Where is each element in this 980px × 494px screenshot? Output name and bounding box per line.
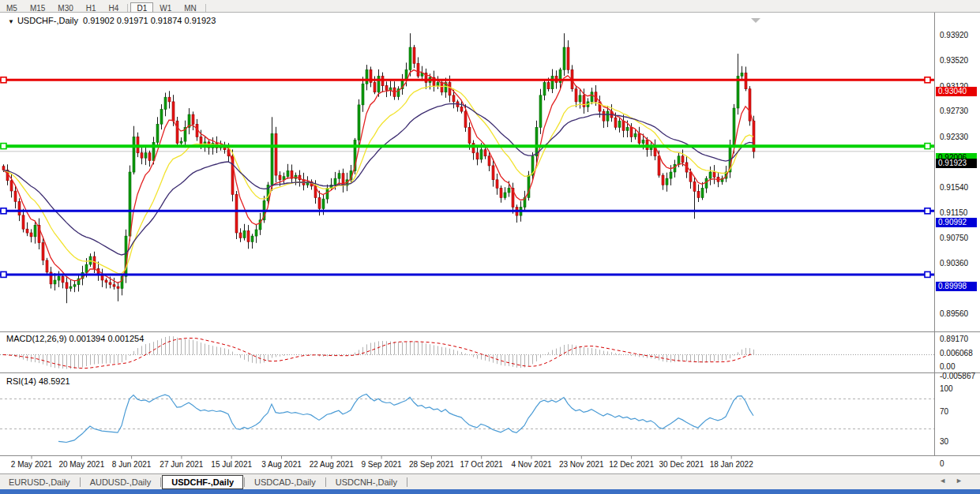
tab-separator [244, 477, 245, 487]
fast-ma-line [3, 70, 753, 283]
tab-separator [80, 477, 81, 487]
price-tick: 0.93920 [940, 31, 968, 39]
rsi-scale-tick: 30 [940, 437, 948, 446]
hline-anchor[interactable] [925, 77, 930, 83]
symbol-name: USDCHF-,Daily [17, 16, 78, 25]
hline-price-label: 0.89998 [936, 282, 977, 291]
hline-anchor[interactable] [1, 77, 6, 83]
timeframe-toolbar: M5M15M30H1H4D1W1MN [0, 0, 980, 13]
macd-scale-tick: 0.006068 [940, 349, 973, 357]
date-tick-label: 4 Nov 2021 [511, 460, 551, 469]
rsi-scale-tick: 70 [940, 407, 948, 416]
rsi-indicator-label: RSI(14) 48.5921 [6, 376, 70, 386]
mt4-window: M5M15M30H1H4D1W1MN ▼USDCHF-,Daily 0.9190… [0, 0, 980, 494]
rsi-line [58, 395, 753, 443]
chart-plot-area[interactable] [0, 12, 980, 473]
tabs-scroll-right-icon[interactable]: ► [956, 477, 972, 485]
price-tick: 0.89170 [940, 335, 968, 343]
date-tick-label: 12 Dec 2021 [609, 460, 654, 469]
date-tick-label: 3 Aug 2021 [261, 460, 302, 469]
tab-separator [407, 477, 407, 487]
chart-tabs: EURUSD-,DailyAUDUSD-,DailyUSDCHF-,DailyU… [0, 473, 980, 490]
price-tick: 0.91540 [940, 183, 968, 192]
tab-separator [325, 477, 326, 487]
macd-scale-tick: -0.005867 [940, 372, 975, 380]
date-tick-label: 17 Oct 2021 [460, 460, 502, 469]
date-tick-label: 18 Jan 2022 [710, 460, 753, 469]
chart-shift-marker-icon[interactable] [751, 18, 760, 23]
rsi-scale-tick: 0 [940, 459, 944, 468]
hline-anchor[interactable] [925, 208, 930, 214]
date-tick-label: 22 Aug 2021 [310, 460, 354, 469]
price-tick: 0.92730 [940, 107, 968, 115]
tabs-scroll-left-icon[interactable]: ◄ [939, 477, 956, 485]
date-tick-label: 30 Dec 2021 [659, 460, 704, 469]
hline-anchor[interactable] [1, 271, 6, 277]
hline-anchor[interactable] [1, 144, 6, 149]
mid-ma-line [3, 86, 753, 274]
chart-tab-usdcnh[interactable]: USDCNH-,Daily [327, 475, 406, 488]
hline-price-label: 0.90992 [936, 218, 977, 227]
rsi-scale-tick: 100 [940, 384, 953, 393]
chart-tab-usdchf[interactable]: USDCHF-,Daily [162, 475, 243, 489]
symbol-ohlc-values: 0.91902 0.91971 0.91874 0.91923 [83, 16, 216, 25]
date-tick-label: 23 Nov 2021 [559, 460, 604, 469]
macd-scale-tick: 0.00 [940, 362, 955, 371]
price-tick: 0.91150 [940, 208, 967, 217]
slow-ma-line [3, 104, 753, 256]
chart-window: ▼USDCHF-,Daily 0.91902 0.91971 0.91874 0… [0, 12, 980, 473]
date-tick-label: 20 May 2021 [58, 460, 104, 469]
hline-anchor[interactable] [925, 144, 930, 149]
price-tick: 0.92330 [940, 133, 968, 141]
price-tick: 0.90360 [940, 259, 968, 268]
chart-tab-audusd[interactable]: AUDUSD-,Daily [81, 475, 160, 488]
chart-tab-usdcad[interactable]: USDCAD-,Daily [246, 475, 325, 488]
price-tick: 0.93520 [940, 56, 968, 65]
date-tick-label: 27 Jun 2021 [160, 460, 203, 469]
hline-anchor[interactable] [1, 208, 6, 214]
date-tick-label: 8 Jun 2021 [112, 460, 152, 469]
date-tick-label: 9 Sep 2021 [362, 460, 402, 469]
hline-anchor[interactable] [925, 271, 930, 277]
tab-separator [160, 477, 161, 487]
price-tick: 0.89560 [940, 309, 968, 318]
status-strip [0, 489, 980, 494]
date-tick-label: 15 Jul 2021 [211, 460, 252, 469]
chart-symbol-title: ▼USDCHF-,Daily 0.91902 0.91971 0.91874 0… [8, 16, 216, 25]
symbol-collapse-icon[interactable]: ▼ [8, 18, 14, 25]
current-price-label: 0.91923 [936, 159, 977, 168]
date-tick-label: 28 Sep 2021 [409, 460, 454, 469]
hline-price-label: 0.93040 [936, 87, 977, 96]
price-tick: 0.90750 [940, 234, 968, 242]
date-tick-label: 2 May 2021 [11, 460, 52, 469]
chart-tab-eurusd[interactable]: EURUSD-,Daily [0, 475, 79, 488]
macd-indicator-label: MACD(12,26,9) 0.001394 0.001254 [6, 334, 144, 343]
